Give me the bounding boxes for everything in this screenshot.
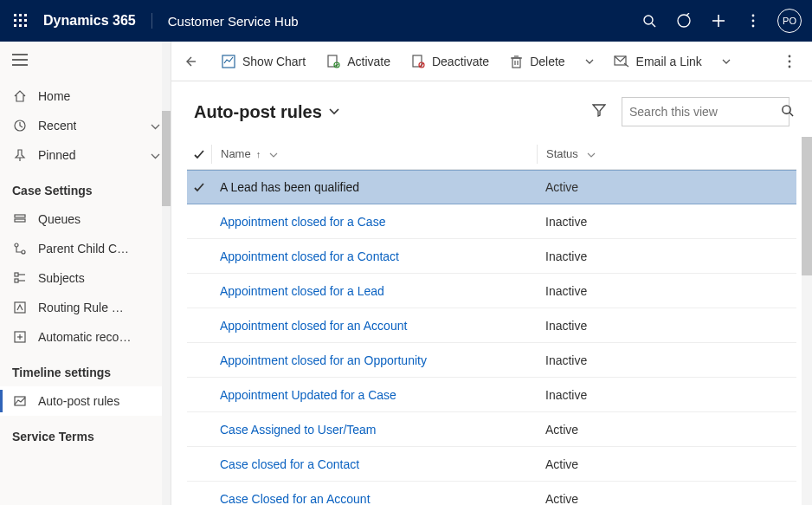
table-row[interactable]: A Lead has been qualifiedActive bbox=[187, 170, 796, 204]
search-view-box[interactable] bbox=[622, 97, 789, 126]
svg-rect-39 bbox=[413, 55, 422, 67]
svg-rect-6 bbox=[14, 24, 16, 27]
more-vertical-icon[interactable] bbox=[736, 0, 770, 42]
nav-item-recent[interactable]: Recent bbox=[0, 111, 171, 140]
svg-point-16 bbox=[752, 20, 755, 23]
table-row[interactable]: Appointment closed for a LeadInactive bbox=[187, 274, 796, 308]
row-checkbox[interactable] bbox=[187, 181, 211, 193]
search-input[interactable] bbox=[629, 105, 781, 119]
row-status: Inactive bbox=[537, 249, 796, 263]
command-overflow-icon[interactable] bbox=[774, 55, 805, 68]
add-icon[interactable] bbox=[701, 0, 736, 42]
task-flow-icon[interactable] bbox=[667, 0, 701, 42]
sitemap-toggle-icon[interactable] bbox=[12, 54, 28, 69]
autopost-icon bbox=[12, 394, 28, 408]
table-row[interactable]: Case Closed for an AccountActive bbox=[187, 482, 796, 505]
pinned-icon bbox=[12, 148, 28, 162]
svg-point-53 bbox=[783, 105, 790, 113]
activate-button[interactable]: Activate bbox=[318, 49, 399, 74]
nav-item-label: Pinned bbox=[38, 148, 76, 162]
row-name-link[interactable]: Appointment Updated for a Case bbox=[211, 388, 537, 402]
deactivate-label: Deactivate bbox=[432, 55, 489, 68]
view-header: Auto-post rules bbox=[171, 81, 812, 132]
nav-item-pinned[interactable]: Pinned bbox=[0, 140, 171, 170]
row-name-link[interactable]: Appointment closed for a Case bbox=[211, 215, 537, 229]
table-row[interactable]: Case closed for a ContactActive bbox=[187, 447, 796, 482]
sidenav-scroll-thumb[interactable] bbox=[162, 111, 171, 206]
svg-point-24 bbox=[15, 243, 18, 247]
row-name-link[interactable]: Case Closed for an Account bbox=[211, 492, 537, 506]
svg-rect-5 bbox=[24, 19, 27, 22]
nav-item-subjects[interactable]: Subjects bbox=[0, 263, 171, 293]
nav-item-queues[interactable]: Queues bbox=[0, 204, 171, 234]
app-name-label: Customer Service Hub bbox=[168, 14, 299, 29]
nav-item-home[interactable]: Home bbox=[0, 81, 171, 111]
show-chart-button[interactable]: Show Chart bbox=[213, 49, 314, 74]
table-row[interactable]: Appointment closed for an AccountInactiv… bbox=[187, 308, 796, 343]
view-title-label: Auto-post rules bbox=[194, 102, 322, 122]
user-avatar[interactable]: PO bbox=[777, 9, 802, 33]
nav-item-automatic-record-[interactable]: Automatic record ... bbox=[0, 322, 171, 352]
recent-icon bbox=[12, 119, 28, 133]
chevron-down-icon bbox=[329, 108, 339, 115]
routing-icon bbox=[12, 301, 28, 314]
grid-header: Name ↑ Status bbox=[187, 139, 796, 170]
content-scrollbar[interactable] bbox=[802, 42, 812, 505]
email-link-split-chevron-icon[interactable] bbox=[714, 59, 738, 64]
search-icon[interactable] bbox=[632, 0, 667, 42]
back-button[interactable] bbox=[175, 55, 209, 68]
delete-button[interactable]: Delete bbox=[501, 49, 573, 74]
svg-rect-42 bbox=[512, 58, 520, 68]
row-status: Active bbox=[537, 180, 796, 194]
row-name-link[interactable]: Appointment closed for a Contact bbox=[211, 249, 537, 263]
column-status-dropdown-icon[interactable] bbox=[587, 149, 596, 159]
nav-item-routing-rule-sets[interactable]: Routing Rule Sets bbox=[0, 293, 171, 322]
row-name-link[interactable]: Appointment closed for an Account bbox=[211, 319, 537, 333]
svg-line-10 bbox=[652, 23, 655, 27]
delete-split-chevron-icon[interactable] bbox=[577, 59, 602, 64]
row-name-link[interactable]: Case Assigned to User/Team bbox=[211, 423, 537, 437]
row-status: Inactive bbox=[537, 353, 796, 367]
subjects-icon bbox=[12, 271, 28, 285]
auto-icon bbox=[12, 330, 28, 344]
activate-label: Activate bbox=[347, 55, 390, 68]
search-submit-icon[interactable] bbox=[781, 104, 794, 120]
site-map: HomeRecentPinned Case SettingsQueuesPare… bbox=[0, 42, 171, 505]
svg-point-9 bbox=[644, 16, 653, 24]
nav-item-label: Subjects bbox=[38, 271, 85, 285]
svg-rect-8 bbox=[24, 24, 27, 27]
deactivate-button[interactable]: Deactivate bbox=[403, 49, 498, 74]
home-icon bbox=[12, 89, 28, 103]
svg-rect-1 bbox=[19, 14, 22, 16]
svg-point-50 bbox=[789, 60, 791, 62]
view-selector[interactable]: Auto-post rules bbox=[194, 102, 339, 122]
row-name-link[interactable]: Appointment closed for an Opportunity bbox=[211, 353, 537, 367]
content-scroll-thumb[interactable] bbox=[802, 137, 812, 275]
table-row[interactable]: Case Assigned to User/TeamActive bbox=[187, 412, 796, 447]
nav-item-auto-post-rules[interactable]: Auto-post rules bbox=[0, 386, 171, 416]
table-row[interactable]: Appointment closed for a CaseInactive bbox=[187, 204, 796, 239]
svg-rect-2 bbox=[24, 14, 27, 16]
email-link-button[interactable]: Email a Link bbox=[605, 49, 711, 74]
table-row[interactable]: Appointment closed for an OpportunityIna… bbox=[187, 343, 796, 378]
row-status: Active bbox=[537, 457, 796, 471]
app-launcher-icon[interactable] bbox=[10, 10, 31, 31]
column-name-dropdown-icon[interactable] bbox=[269, 149, 278, 159]
nav-item-label: Queues bbox=[38, 212, 81, 226]
column-header-name[interactable]: Name ↑ bbox=[211, 145, 537, 164]
table-row[interactable]: Appointment closed for a ContactInactive bbox=[187, 239, 796, 274]
row-name-link[interactable]: Appointment closed for a Lead bbox=[211, 284, 537, 298]
row-name-link[interactable]: A Lead has been qualified bbox=[211, 180, 537, 194]
command-bar: Show Chart Activate Deactivate Delete Em… bbox=[171, 42, 812, 81]
select-all-checkbox[interactable] bbox=[187, 148, 211, 160]
brand-label[interactable]: Dynamics 365 bbox=[43, 13, 152, 29]
nav-item-label: Recent bbox=[38, 119, 76, 133]
nav-item-parent-child-case-[interactable]: Parent Child Case ... bbox=[0, 234, 171, 263]
row-name-link[interactable]: Case closed for a Contact bbox=[211, 457, 537, 471]
column-header-status[interactable]: Status bbox=[537, 145, 796, 164]
filter-icon[interactable] bbox=[592, 103, 606, 120]
svg-point-11 bbox=[678, 15, 690, 27]
chevron-down-icon bbox=[151, 148, 160, 162]
table-row[interactable]: Appointment Updated for a CaseInactive bbox=[187, 378, 796, 412]
column-name-label: Name bbox=[221, 147, 251, 160]
